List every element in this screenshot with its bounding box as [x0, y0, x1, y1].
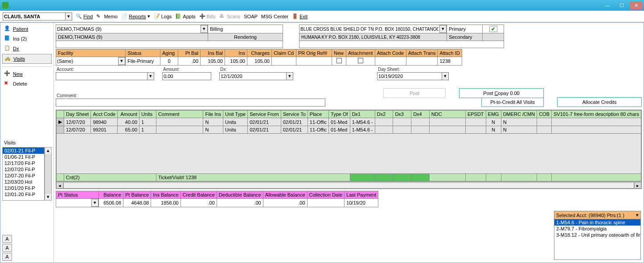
visits-list[interactable]: 02/01-21 Fil-P01/06-21 Fil-P12/17/20 Fil…	[2, 147, 45, 201]
ptbal-value: .00	[178, 57, 201, 66]
nav-ins[interactable]: 📘Ins (2)	[2, 34, 52, 43]
visit-item[interactable]: 12/07-20 Fil-P	[3, 173, 44, 179]
attachment-checkbox[interactable]	[358, 58, 363, 63]
new-checkbox[interactable]	[336, 58, 342, 63]
a-button[interactable]: A	[2, 244, 12, 252]
patient-name-input[interactable]	[3, 12, 65, 21]
bal-ptbal: 4648.08	[123, 199, 151, 207]
diagnosis-item[interactable]: 1-M54.6 - Pain in thoracic spine	[554, 219, 640, 226]
comment-input[interactable]	[56, 99, 325, 107]
ptstatus-select[interactable]	[56, 199, 91, 207]
svc-col-dx3: Dx3	[393, 111, 411, 118]
svc-col-sv101: SV101-7 free-form description 80 chars	[552, 111, 641, 118]
soap-button[interactable]: SOAP	[244, 14, 258, 19]
allocate-credits-button[interactable]: Allocate Credits	[557, 97, 642, 107]
daysheet-dropdown[interactable]: ▾	[442, 72, 449, 80]
account-input[interactable]	[56, 72, 147, 80]
col-insbal: Ins Bal	[201, 49, 225, 57]
col-charges: Charges	[247, 49, 272, 57]
billing-provider-dropdown[interactable]: ▾	[201, 25, 208, 33]
bal-col-credit: Credit Balance	[180, 191, 217, 199]
daysheet-input[interactable]	[377, 72, 442, 80]
facility-dropdown[interactable]: ▾	[118, 57, 125, 65]
dx-date-dropdown[interactable]: ▾	[286, 72, 293, 80]
primary-check-icon[interactable]: ✔	[489, 26, 497, 32]
minimize-button[interactable]: —	[601, 1, 614, 9]
maximize-button[interactable]: ☐	[615, 1, 628, 9]
facility-select[interactable]	[56, 57, 118, 65]
appts-button[interactable]: 📗Appts	[175, 13, 195, 20]
nav-visits[interactable]: 🚕Visits	[2, 54, 52, 64]
appts-icon: 📗	[175, 13, 181, 20]
ins-icon: 📘	[4, 35, 11, 42]
scroll-left-icon[interactable]: ◂	[56, 182, 63, 189]
pt-to-credit-button[interactable]: Pt-to-Credit All Visits	[481, 97, 544, 107]
bal-lastpay: 10/19/20	[345, 199, 378, 207]
post-copay-button[interactable]: Post Copay 0.00	[459, 88, 544, 98]
memo-button[interactable]: ✎Memo	[96, 13, 118, 20]
svc-col-cob: COB	[537, 111, 552, 118]
svc-col-acct: Acct Code	[91, 111, 118, 118]
visit-item[interactable]: 01/06-21 Fil-P	[3, 154, 44, 160]
find-icon: 🔍	[76, 13, 82, 20]
col-aging: Aging	[160, 49, 178, 57]
secondary-label: Secondary	[447, 33, 483, 41]
visit-item[interactable]: 02/01-21 Fil-P	[3, 148, 44, 154]
visit-item[interactable]: 12/03/20 Hol	[3, 179, 44, 185]
bal-col-allow: Allowable Balance	[263, 191, 307, 199]
scroll-right-icon[interactable]: ▸	[634, 182, 641, 189]
summary-ticket: Ticket/Visit# 1238	[156, 174, 350, 181]
nav-patient[interactable]: 👤Patient	[2, 25, 52, 33]
content-area: 👤Patient 📘Ins (2) 📋Dx 🚕Visits ➕New ✖Dele…	[0, 22, 644, 263]
scroll-down-icon[interactable]: ▾	[45, 194, 51, 200]
svc-col-ndc: NDC	[429, 111, 465, 118]
dx-date-input[interactable]	[219, 72, 286, 80]
nav-dx[interactable]: 📋Dx	[2, 44, 52, 53]
nav-new[interactable]: ➕New	[2, 70, 52, 78]
chevron-down-icon[interactable]: ▾	[636, 212, 639, 218]
diagnosis-list[interactable]: 1-M54.6 - Pain in thoracic spine2-M79.7 …	[554, 219, 640, 259]
col-claimcd: Claim Cd	[272, 49, 296, 57]
daysheet-label: Day Sheet:	[377, 66, 449, 72]
service-row[interactable]: ▶12/07/209894040.001NUnits02/01/2102/01/…	[57, 118, 641, 126]
diagnosis-item[interactable]: 2-M79.7 - Fibromyalgia	[554, 226, 640, 232]
service-row[interactable]: 12/07/209920165.001NUnits02/01/2102/01/2…	[57, 126, 641, 134]
dx-icon: 📋	[4, 45, 11, 52]
a-button[interactable]: A	[2, 235, 12, 243]
amount-input[interactable]	[162, 72, 211, 80]
account-dropdown[interactable]: ▾	[147, 72, 154, 80]
logs-button[interactable]: 📝Logs	[154, 13, 172, 20]
visit-item[interactable]: 12/01-20 Fil-P	[3, 191, 44, 197]
main-panel: ▾ Billing DEMO,THOMAS (9) Rendering	[54, 23, 644, 263]
dx-label: Dx:	[219, 66, 293, 72]
col-attachcode: Attach Code	[375, 49, 406, 57]
exit-button[interactable]: 🚪Exit	[292, 13, 308, 20]
diagnosis-item[interactable]: 3-M18.12 - Unil primary osteoarth of fir…	[554, 232, 640, 238]
visit-item[interactable]: 12/07/20 Fil-P	[3, 166, 44, 173]
find-button[interactable]: 🔍Find	[76, 13, 93, 20]
msg-center-button[interactable]: MSG Center	[261, 14, 288, 19]
svc-col-svcfrom: Service From	[248, 111, 281, 118]
visits-scrollbar[interactable]: ▴ ▾	[45, 147, 52, 201]
billing-provider-select[interactable]	[56, 25, 201, 33]
visit-item[interactable]: 12/01/20 Fil-P	[3, 185, 44, 191]
primary-insurance-select[interactable]	[299, 25, 439, 33]
patient-dropdown-button[interactable]: ▾	[65, 12, 72, 21]
scroll-up-icon[interactable]: ▴	[45, 148, 51, 154]
service-horizontal-scrollbar[interactable]: ◂ ▸	[56, 181, 641, 189]
svc-col-emg: EMG	[486, 111, 501, 118]
ptstatus-dropdown[interactable]: ▾	[91, 199, 98, 207]
primary-insurance-dropdown[interactable]: ▾	[439, 25, 447, 33]
aging-value: 0	[160, 57, 178, 66]
svc-col-unittype: Unit Type	[223, 111, 247, 118]
close-button[interactable]: ✕	[630, 1, 642, 9]
col-ins: Ins	[225, 49, 247, 57]
nav-delete[interactable]: ✖Delete	[2, 79, 52, 88]
svc-col-dx4: Dx4	[411, 111, 430, 118]
a-button[interactable]: A	[2, 253, 12, 261]
visit-item[interactable]: 12/17/20 Fil-P	[3, 160, 44, 166]
diagnosis-header: Selected Acct: (98940) Ptrs:(1 ) ▾	[554, 211, 640, 219]
bal-deduct: .00	[217, 199, 263, 207]
reports-button[interactable]: 📄Reports ▾	[121, 13, 150, 20]
delete-icon: ✖	[4, 80, 11, 87]
